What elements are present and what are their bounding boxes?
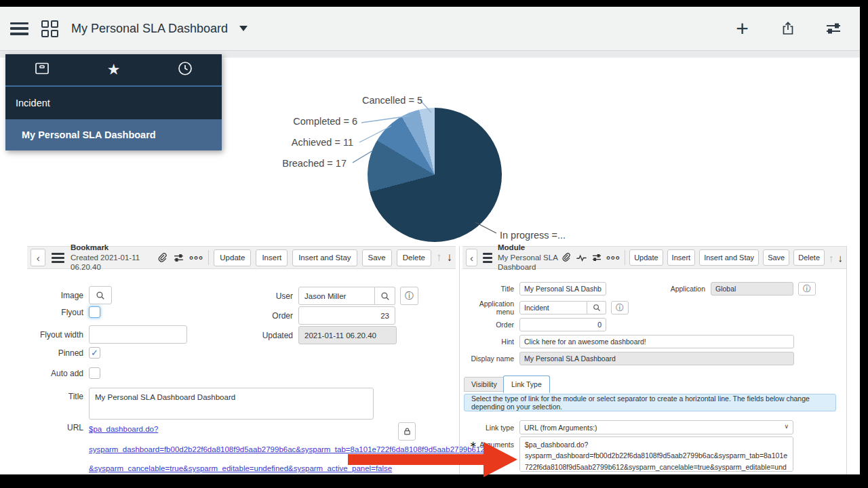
order-label: Order: [461, 321, 514, 329]
chevron-down-icon[interactable]: [239, 26, 248, 31]
flyout-label: Flyout: [27, 308, 83, 317]
previous-record-icon[interactable]: ↑: [829, 252, 834, 264]
back-button[interactable]: ‹: [466, 249, 477, 266]
previous-record-icon[interactable]: ↑: [436, 251, 442, 264]
flyout-checkbox[interactable]: [89, 306, 100, 318]
user-search-button[interactable]: [375, 287, 395, 305]
paperclip-icon[interactable]: [561, 252, 572, 263]
info-message: Select the type of link for the module o…: [464, 394, 836, 411]
paperclip-icon[interactable]: [157, 252, 168, 264]
pinned-label: Pinned: [27, 348, 83, 358]
personalize-sliders-icon[interactable]: [591, 252, 602, 263]
record-type-label: Bookmark: [71, 243, 157, 252]
activity-wave-icon[interactable]: [576, 252, 587, 264]
application-input: [711, 282, 793, 296]
next-record-icon[interactable]: ↓: [838, 252, 844, 264]
favorites-sidebar: ★ Incident My Personal SLA Dashboard: [5, 54, 222, 150]
app-window: My Personal SLA Dashboard + ★: [0, 7, 860, 474]
insert-button[interactable]: Insert: [667, 249, 696, 266]
order-input[interactable]: [298, 306, 395, 325]
pie-label-achieved: Achieved = 11: [271, 137, 353, 148]
more-options-icon[interactable]: ooo: [189, 254, 203, 261]
link-type-select[interactable]: URL (from Arguments:): [519, 420, 793, 434]
tab-link-type[interactable]: Link Type: [503, 375, 550, 393]
module-title-input[interactable]: [519, 282, 606, 296]
flyout-width-input[interactable]: [89, 325, 187, 344]
url-label: URL: [27, 423, 83, 432]
pie-label-completed: Completed = 6: [285, 116, 357, 127]
module-toolbar: ‹ Module My Personal SLA Dashboard: [462, 246, 846, 269]
user-input[interactable]: [298, 287, 375, 305]
updated-input: [298, 326, 397, 344]
url-link-line-1[interactable]: $pa_dashboard.do?: [89, 425, 158, 433]
back-button[interactable]: ‹: [31, 249, 45, 266]
annotation-arrow: [348, 454, 485, 465]
image-label: Image: [27, 291, 83, 300]
insert-button[interactable]: Insert: [256, 249, 288, 266]
updated-label: Updated: [259, 331, 293, 340]
update-button[interactable]: Update: [214, 249, 251, 266]
checkmark-icon: ✓: [91, 348, 98, 357]
sidebar-item-my-personal-sla-dashboard[interactable]: My Personal SLA Dashboard: [5, 119, 222, 150]
personalize-sliders-icon[interactable]: [173, 252, 184, 264]
pie-label-breached: Breached = 17: [268, 158, 347, 169]
module-order-input[interactable]: [519, 318, 606, 331]
user-label: User: [259, 291, 293, 301]
filter-sliders-icon[interactable]: [825, 20, 842, 37]
next-record-icon[interactable]: ↓: [447, 251, 453, 264]
app-grid-icon[interactable]: [41, 20, 58, 37]
order-label: Order: [259, 311, 293, 321]
tab-visibility[interactable]: Visibility: [464, 377, 505, 392]
application-label: Application: [624, 285, 705, 293]
page-title: My Personal SLA Dashboard: [71, 22, 228, 36]
form-context-menu-icon[interactable]: [483, 253, 492, 263]
auto-add-checkbox[interactable]: [89, 367, 100, 379]
form-context-menu-icon[interactable]: [52, 253, 64, 263]
save-button[interactable]: Save: [763, 249, 789, 266]
link-type-label: Link type: [461, 424, 514, 432]
pie-chart[interactable]: [368, 108, 502, 242]
pinned-checkbox[interactable]: ✓: [89, 347, 100, 359]
image-search-button[interactable]: [89, 286, 112, 304]
share-icon[interactable]: [780, 20, 796, 37]
insert-and-stay-button[interactable]: Insert and Stay: [292, 249, 357, 266]
record-subtitle: Created 2021-01-11 06.20.40: [71, 253, 157, 272]
application-menu-input[interactable]: [519, 301, 587, 314]
delete-button[interactable]: Delete: [397, 249, 431, 266]
hamburger-menu-icon[interactable]: [10, 22, 28, 35]
application-info-icon[interactable]: ⓘ: [798, 282, 816, 296]
bookmark-title-textarea[interactable]: My Personal SLA Dashboard Dashboard: [89, 388, 374, 420]
display-name-label: Display name: [461, 354, 514, 363]
menu-archive-icon[interactable]: [34, 60, 50, 79]
update-button[interactable]: Update: [629, 249, 663, 266]
pane-right-edge: [846, 246, 847, 474]
save-button[interactable]: Save: [362, 249, 392, 266]
arguments-textarea[interactable]: $pa_dashboard.do? sysparm_dashboard=fb00…: [519, 436, 793, 472]
application-menu-info-icon[interactable]: ⓘ: [611, 301, 629, 314]
favorites-star-icon[interactable]: ★: [107, 62, 121, 77]
title-label: Title: [461, 285, 514, 293]
bookmark-toolbar: ‹ Bookmark Created 2021-01-11 06.20.40 o…: [27, 246, 456, 269]
required-asterisk-icon: ∗: [469, 439, 477, 449]
insert-and-stay-button[interactable]: Insert and Stay: [699, 249, 759, 266]
hint-input[interactable]: [519, 335, 794, 348]
title-label: Title: [27, 392, 83, 401]
url-lock-button[interactable]: [398, 422, 416, 441]
history-clock-icon[interactable]: [177, 60, 193, 79]
delete-button[interactable]: Delete: [793, 249, 825, 266]
application-menu-search-button[interactable]: [587, 301, 606, 314]
display-name-input: [519, 352, 794, 365]
record-subtitle: My Personal SLA Dashboard: [498, 253, 561, 272]
pie-label-cancelled: Cancelled = 5: [339, 95, 422, 106]
annotation-arrow-head: [484, 442, 517, 477]
more-options-icon[interactable]: ooo: [606, 254, 620, 261]
url-link-line-3[interactable]: &sysparm_cancelable=true&sysparm_editabl…: [89, 464, 392, 472]
url-link-line-2[interactable]: sysparm_dashboard=fb00d2b22f6da8108f9d5a…: [89, 445, 485, 453]
add-icon[interactable]: +: [736, 18, 749, 39]
record-type-label: Module: [498, 243, 561, 252]
pane-divider: [459, 246, 460, 474]
user-info-icon[interactable]: ⓘ: [400, 287, 418, 305]
hint-label: Hint: [461, 338, 514, 346]
auto-add-label: Auto add: [27, 369, 83, 378]
sidebar-item-incident[interactable]: Incident: [5, 87, 222, 119]
